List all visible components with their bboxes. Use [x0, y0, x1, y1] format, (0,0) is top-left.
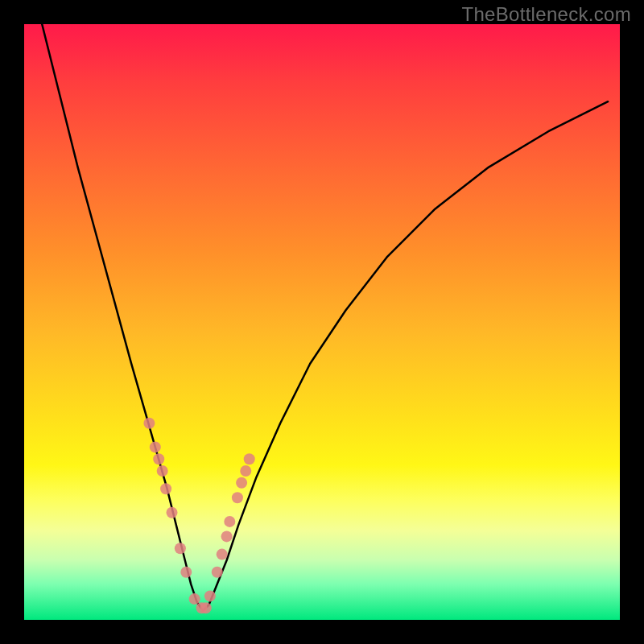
- data-marker: [153, 453, 164, 464]
- bottleneck-curve: [42, 24, 608, 611]
- data-marker: [180, 567, 192, 578]
- data-marker: [189, 593, 200, 605]
- data-marker: [167, 507, 178, 518]
- data-marker: [143, 418, 155, 429]
- data-marker: [150, 441, 161, 452]
- data-marker: [175, 543, 186, 554]
- data-marker: [217, 549, 228, 560]
- data-marker: [160, 483, 171, 494]
- data-marker: [200, 602, 212, 613]
- data-marker: [244, 453, 255, 464]
- data-marker: [232, 492, 243, 503]
- data-marker: [221, 530, 233, 542]
- data-marker: [240, 465, 251, 477]
- data-marker: [224, 516, 235, 527]
- data-marker: [157, 465, 168, 477]
- data-marker: [212, 567, 223, 578]
- watermark-text: TheBottleneck.com: [461, 3, 631, 26]
- chart-svg: [24, 24, 620, 620]
- chart-frame: TheBottleneck.com: [0, 0, 644, 644]
- data-marker: [204, 590, 216, 601]
- data-marker: [236, 477, 247, 489]
- plot-area: [24, 24, 620, 620]
